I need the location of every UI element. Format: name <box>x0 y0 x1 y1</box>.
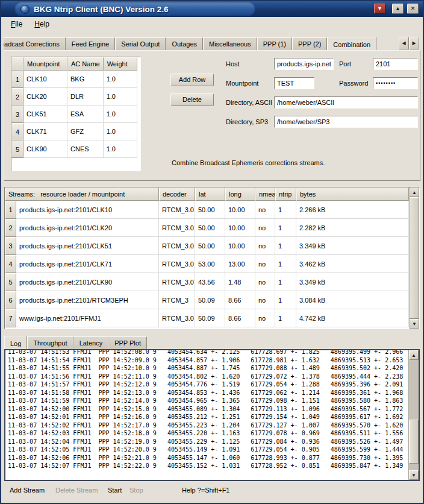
cell-mountpoint[interactable]: CLK20 <box>23 88 67 106</box>
cell-bytes: 3.462 kB <box>296 255 409 273</box>
host-input[interactable] <box>274 58 334 70</box>
log-line: 11-03-07 14:52:00 FFMJ1 PPP 14:52:15.0 9… <box>8 405 408 414</box>
col-header-decoder: decoder <box>159 187 195 201</box>
scroll-down-button[interactable]: ▼ <box>410 319 419 329</box>
col-header-mountpoint: Mountpoint <box>23 57 67 71</box>
close-button[interactable]: ✕ <box>407 4 419 14</box>
cell-ac-name[interactable]: GFZ <box>67 123 104 140</box>
scroll-thumb[interactable] <box>410 197 419 319</box>
cell-ntrip: 1 <box>275 255 296 273</box>
cell-ac-name[interactable]: DLR <box>67 88 104 106</box>
scroll-up-button[interactable]: ▲ <box>410 187 419 197</box>
add-stream-button[interactable]: Add Stream <box>10 487 45 494</box>
tab-serial-output[interactable]: Serial Output <box>115 37 166 50</box>
cell-source: products.igs-ip.net:2101/CLK51 <box>16 237 159 255</box>
directory-ascii-input[interactable] <box>274 96 418 109</box>
tab-scroll-left-button[interactable]: ◀ <box>399 37 409 49</box>
scroll-up-button[interactable]: ▲ <box>409 350 419 360</box>
stream-row[interactable]: 3 products.igs-ip.net:2101/CLK51 RTCM_3.… <box>5 237 409 255</box>
port-label: Port <box>339 60 351 68</box>
stream-row[interactable]: 5 products.igs-ip.net:2101/CLK90 RTCM_3.… <box>5 273 409 291</box>
cell-decoder: RTCM_3.0 <box>159 309 195 327</box>
tab-ppp-plot[interactable]: PPP Plot <box>108 336 147 349</box>
cell-long: 10.00 <box>225 201 255 219</box>
maximize-button[interactable]: ▲ <box>392 4 404 14</box>
col-header-long: long <box>225 187 255 201</box>
password-input[interactable] <box>373 77 418 89</box>
mountpoint-label: Mountpoint <box>226 80 258 87</box>
cell-long: 8.66 <box>225 309 255 327</box>
cell-weight[interactable]: 1.0 <box>104 88 137 106</box>
col-header-ntrip: ntrip <box>275 187 296 201</box>
tab-miscellaneous[interactable]: Miscellaneous <box>203 37 257 50</box>
scroll-down-button[interactable]: ▼ <box>409 470 419 480</box>
cell-ac-name[interactable]: CNES <box>67 140 104 158</box>
tab-ppp-1[interactable]: PPP (1) <box>257 37 292 50</box>
cell-long: 1.48 <box>225 273 255 291</box>
tab-broadcast-corrections[interactable]: Broadcast Corrections <box>4 37 66 50</box>
add-row-button[interactable]: Add Row <box>170 74 214 86</box>
stream-row[interactable]: 2 products.igs-ip.net:2101/CLK20 RTCM_3.… <box>5 219 409 237</box>
title-bar[interactable]: BKG Ntrip Client (BNC) Version 2.6 ▼ ▲ ✕ <box>1 1 423 17</box>
cell-lat: 50.00 <box>195 201 225 219</box>
scroll-track[interactable] <box>409 360 419 470</box>
cell-mountpoint[interactable]: CLK10 <box>23 71 67 88</box>
delete-button[interactable]: Delete <box>170 93 214 106</box>
tab-latency[interactable]: Latency <box>73 336 109 349</box>
scroll-thumb[interactable] <box>409 420 419 464</box>
log-panel: 11-03-07 14:51:53 FFMJ1 PPP 14:52:08.0 9… <box>4 349 420 481</box>
mountpoint-input[interactable] <box>274 77 314 89</box>
tab-combination[interactable]: Combination <box>327 37 376 50</box>
directory-sp3-input[interactable] <box>274 116 418 128</box>
cell-ntrip: 1 <box>275 219 296 237</box>
cell-lat: 50.00 <box>195 237 225 255</box>
col-header-weight: Weight <box>104 57 137 71</box>
cell-long: 13.00 <box>225 255 255 273</box>
combination-row: 5 CLK90 CNES 1.0 <box>11 140 137 158</box>
stream-row[interactable]: 4 products.igs-ip.net:2101/CLK71 RTCM_3.… <box>5 255 409 273</box>
log-scrollbar[interactable]: ▲ ▼ <box>408 350 419 480</box>
minimize-button[interactable]: ▼ <box>374 4 385 14</box>
stream-row[interactable]: 6 products.igs-ip.net:2101/RTCM3EPH RTCM… <box>5 291 409 309</box>
cell-weight[interactable]: 1.0 <box>104 71 137 88</box>
start-button[interactable]: Start <box>108 487 122 494</box>
tab-outages[interactable]: Outages <box>166 37 203 50</box>
cell-nmea: no <box>255 237 275 255</box>
log-line: 11-03-07 14:52:03 FFMJ1 PPP 14:52:18.0 9… <box>8 429 408 438</box>
log-line: 11-03-07 14:51:55 FFMJ1 PPP 14:52:10.0 9… <box>8 364 408 373</box>
col-header-ac-name: AC Name <box>67 57 104 71</box>
tab-scroll-right-button[interactable]: ▶ <box>409 37 419 49</box>
cell-source: products.igs-ip.net:2101/CLK71 <box>16 255 159 273</box>
cell-long: 8.66 <box>225 291 255 309</box>
cell-weight[interactable]: 1.0 <box>104 123 137 140</box>
cell-bytes: 3.084 kB <box>296 291 409 309</box>
stream-row[interactable]: 7 www.igs-ip.net:2101/FFMJ1 RTCM_3.0 50.… <box>5 309 409 327</box>
cell-weight[interactable]: 1.0 <box>104 140 137 158</box>
cell-weight[interactable]: 1.0 <box>104 106 137 123</box>
cell-mountpoint[interactable]: CLK51 <box>23 106 67 123</box>
title-pill: BKG Ntrip Client (BNC) Version 2.6 <box>14 2 255 16</box>
scroll-track[interactable] <box>410 197 419 319</box>
streams-scrollbar[interactable]: ▲ ▼ <box>409 187 419 329</box>
tab-feed-engine[interactable]: Feed Engine <box>66 37 115 50</box>
log-line: 11-03-07 14:51:58 FFMJ1 PPP 14:52:13.0 9… <box>8 389 408 397</box>
tab-log[interactable]: Log <box>4 336 27 349</box>
cell-mountpoint[interactable]: CLK90 <box>23 140 67 158</box>
tab-throughput[interactable]: Throughput <box>27 336 73 349</box>
cell-mountpoint[interactable]: CLK71 <box>23 123 67 140</box>
menu-file[interactable]: File <box>6 18 27 30</box>
col-header-nmea: nmea <box>255 187 275 201</box>
cell-ac-name[interactable]: BKG <box>67 71 104 88</box>
log-line: 11-03-07 14:52:07 FFMJ1 PPP 14:52:22.0 9… <box>8 462 408 470</box>
port-input[interactable] <box>373 58 418 70</box>
directory-sp3-label: Directory, SP3 <box>226 118 268 125</box>
row-header: 5 <box>5 273 16 291</box>
tab-ppp-2[interactable]: PPP (2) <box>292 37 327 50</box>
cell-nmea: no <box>255 201 275 219</box>
menu-help[interactable]: Help <box>30 18 54 30</box>
log-text[interactable]: 11-03-07 14:51:53 FFMJ1 PPP 14:52:08.0 9… <box>5 350 408 480</box>
stream-row[interactable]: 1 products.igs-ip.net:2101/CLK10 RTCM_3.… <box>5 201 409 219</box>
cell-ac-name[interactable]: ESA <box>67 106 104 123</box>
combination-row: 3 CLK51 ESA 1.0 <box>11 106 137 123</box>
log-line: 11-03-07 14:51:57 FFMJ1 PPP 14:52:12.0 9… <box>8 380 408 389</box>
